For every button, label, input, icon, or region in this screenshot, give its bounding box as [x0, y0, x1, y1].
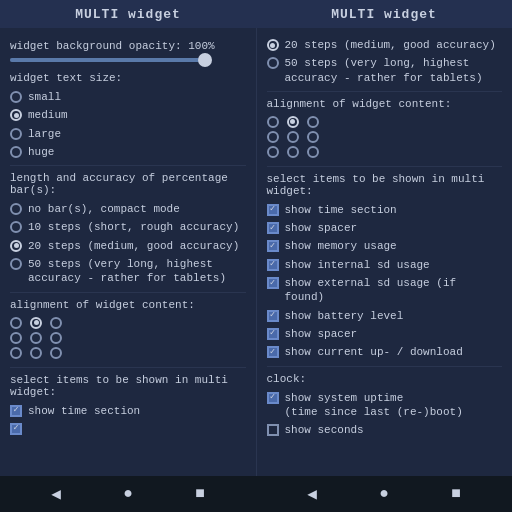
align-tl[interactable] — [10, 317, 22, 329]
right-align-mc[interactable] — [287, 131, 299, 143]
radio-large[interactable] — [10, 128, 22, 140]
items-label-right: select items to be shown in multi widget… — [267, 173, 503, 197]
slider-thumb[interactable] — [198, 53, 212, 67]
align-row-3 — [10, 347, 246, 359]
right-bar-20[interactable]: 20 steps (medium, good accuracy) — [267, 38, 503, 52]
align-bl[interactable] — [10, 347, 22, 359]
item-spacer1-right-label: show spacer — [285, 221, 358, 235]
left-panel: widget background opacity: 100% widget t… — [0, 28, 257, 476]
right-divider-2 — [267, 166, 503, 167]
radio-huge[interactable] — [10, 146, 22, 158]
item-seconds-right[interactable]: show seconds — [267, 423, 503, 437]
right-align-tc[interactable] — [287, 116, 299, 128]
item-spacer2-right[interactable]: show spacer — [267, 327, 503, 341]
item-internal-right-label: show internal sd usage — [285, 258, 430, 272]
checkbox-seconds-right[interactable] — [267, 424, 279, 436]
right-square-button[interactable]: ■ — [451, 485, 461, 503]
bar-10[interactable]: 10 steps (short, rough accuracy) — [10, 220, 246, 234]
radio-bar-none[interactable] — [10, 203, 22, 215]
left-nav: ◀ ● ■ — [0, 476, 256, 512]
checkbox-time-left[interactable] — [10, 405, 22, 417]
align-tc[interactable] — [30, 317, 42, 329]
radio-bar-10[interactable] — [10, 221, 22, 233]
item-spacer1-right[interactable]: show spacer — [267, 221, 503, 235]
checkbox-memory-right[interactable] — [267, 240, 279, 252]
opacity-slider[interactable] — [10, 58, 210, 62]
align-mc[interactable] — [30, 332, 42, 344]
right-align-br[interactable] — [307, 146, 319, 158]
alignment-label-left: alignment of widget content: — [10, 299, 246, 311]
radio-right-bar-50[interactable] — [267, 57, 279, 69]
bar-10-label: 10 steps (short, rough accuracy) — [28, 220, 239, 234]
checkbox-uptime-right[interactable] — [267, 392, 279, 404]
align-bc[interactable] — [30, 347, 42, 359]
radio-medium[interactable] — [10, 109, 22, 121]
left-back-button[interactable]: ◀ — [51, 484, 61, 504]
item-uptime-right[interactable]: show system uptime(time since last (re-)… — [267, 391, 503, 420]
radio-bar-50[interactable] — [10, 258, 22, 270]
item-time-right-label: show time section — [285, 203, 397, 217]
right-home-button[interactable]: ● — [379, 485, 389, 503]
align-tr[interactable] — [50, 317, 62, 329]
text-size-label: widget text size: — [10, 72, 246, 84]
size-small-label: small — [28, 90, 61, 104]
item-download-right[interactable]: show current up- / download — [267, 345, 503, 359]
right-align-tl[interactable] — [267, 116, 279, 128]
right-top-spacer: 20 steps (medium, good accuracy) 50 step… — [267, 38, 503, 85]
item-battery-right[interactable]: show battery level — [267, 309, 503, 323]
item-time-left[interactable]: show time section — [10, 404, 246, 418]
item-spacer-left[interactable] — [10, 422, 246, 435]
checkbox-time-right[interactable] — [267, 204, 279, 216]
size-large-label: large — [28, 127, 61, 141]
bar-20[interactable]: 20 steps (medium, good accuracy) — [10, 239, 246, 253]
align-mr[interactable] — [50, 332, 62, 344]
item-seconds-right-label: show seconds — [285, 423, 364, 437]
radio-small[interactable] — [10, 91, 22, 103]
item-external-right[interactable]: show external sd usage (if found) — [267, 276, 503, 305]
slider-fill — [10, 58, 210, 62]
divider-3 — [10, 367, 246, 368]
right-nav: ◀ ● ■ — [256, 476, 512, 512]
checkbox-spacer1-right[interactable] — [267, 222, 279, 234]
size-huge[interactable]: huge — [10, 145, 246, 159]
left-square-button[interactable]: ■ — [195, 485, 205, 503]
align-br[interactable] — [50, 347, 62, 359]
size-small[interactable]: small — [10, 90, 246, 104]
size-medium-label: medium — [28, 108, 68, 122]
right-bar-50-label: 50 steps (very long, highest accuracy - … — [285, 56, 503, 85]
items-label-left: select items to be shown in multi widget… — [10, 374, 246, 398]
size-huge-label: huge — [28, 145, 54, 159]
checkbox-external-right[interactable] — [267, 277, 279, 289]
radio-right-bar-20[interactable] — [267, 39, 279, 51]
checkbox-battery-right[interactable] — [267, 310, 279, 322]
align-ml[interactable] — [10, 332, 22, 344]
right-align-tr[interactable] — [307, 116, 319, 128]
right-align-mr[interactable] — [307, 131, 319, 143]
bar-50[interactable]: 50 steps (very long, highest accuracy - … — [10, 257, 246, 286]
item-time-right[interactable]: show time section — [267, 203, 503, 217]
bar-none[interactable]: no bar(s), compact mode — [10, 202, 246, 216]
right-align-row-1 — [267, 116, 503, 128]
left-panel-title: MULTI widget — [0, 0, 256, 28]
align-row-2 — [10, 332, 246, 344]
checkbox-spacer2-right[interactable] — [267, 328, 279, 340]
opacity-slider-container — [10, 58, 246, 62]
right-align-ml[interactable] — [267, 131, 279, 143]
right-back-button[interactable]: ◀ — [307, 484, 317, 504]
radio-bar-20[interactable] — [10, 240, 22, 252]
item-memory-right[interactable]: show memory usage — [267, 239, 503, 253]
bar-none-label: no bar(s), compact mode — [28, 202, 180, 216]
right-bar-20-label: 20 steps (medium, good accuracy) — [285, 38, 496, 52]
left-home-button[interactable]: ● — [123, 485, 133, 503]
right-align-bl[interactable] — [267, 146, 279, 158]
item-battery-right-label: show battery level — [285, 309, 404, 323]
size-large[interactable]: large — [10, 127, 246, 141]
checkbox-internal-right[interactable] — [267, 259, 279, 271]
right-align-bc[interactable] — [287, 146, 299, 158]
right-bar-50[interactable]: 50 steps (very long, highest accuracy - … — [267, 56, 503, 85]
item-internal-right[interactable]: show internal sd usage — [267, 258, 503, 272]
checkbox-spacer-left[interactable] — [10, 423, 22, 435]
size-medium[interactable]: medium — [10, 108, 246, 122]
checkbox-download-right[interactable] — [267, 346, 279, 358]
bottom-navigation: ◀ ● ■ ◀ ● ■ — [0, 476, 512, 512]
